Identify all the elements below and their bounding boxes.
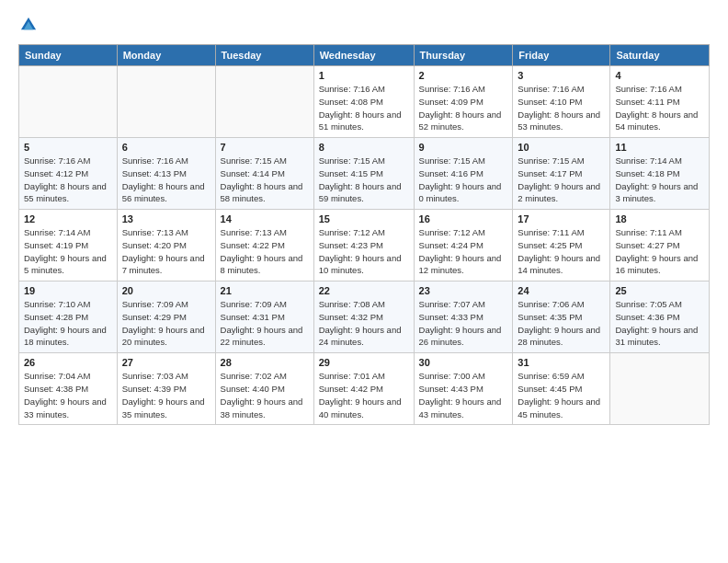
day-info: Sunrise: 7:08 AM Sunset: 4:32 PM Dayligh… <box>319 298 409 349</box>
day-number: 11 <box>615 142 704 153</box>
day-header-monday: Monday <box>117 45 215 66</box>
calendar-cell <box>19 66 118 138</box>
day-number: 12 <box>24 213 112 224</box>
day-number: 26 <box>24 357 112 368</box>
calendar-cell: 6Sunrise: 7:16 AM Sunset: 4:13 PM Daylig… <box>117 138 215 210</box>
day-number: 21 <box>221 285 309 296</box>
calendar-cell: 15Sunrise: 7:12 AM Sunset: 4:23 PM Dayli… <box>313 210 414 282</box>
day-info: Sunrise: 7:11 AM Sunset: 4:25 PM Dayligh… <box>518 226 605 277</box>
day-number: 9 <box>419 142 508 153</box>
calendar-cell: 18Sunrise: 7:11 AM Sunset: 4:27 PM Dayli… <box>610 210 710 282</box>
day-number: 14 <box>221 213 309 224</box>
day-info: Sunrise: 7:05 AM Sunset: 4:36 PM Dayligh… <box>615 298 704 349</box>
day-number: 29 <box>319 357 409 368</box>
day-info: Sunrise: 7:04 AM Sunset: 4:38 PM Dayligh… <box>24 370 112 420</box>
calendar-cell <box>610 353 710 425</box>
calendar-cell: 22Sunrise: 7:08 AM Sunset: 4:32 PM Dayli… <box>313 282 414 353</box>
day-info: Sunrise: 7:10 AM Sunset: 4:28 PM Dayligh… <box>24 298 112 349</box>
day-info: Sunrise: 7:15 AM Sunset: 4:17 PM Dayligh… <box>518 155 605 205</box>
day-info: Sunrise: 6:59 AM Sunset: 4:45 PM Dayligh… <box>518 370 605 420</box>
day-header-friday: Friday <box>513 45 610 66</box>
day-info: Sunrise: 7:03 AM Sunset: 4:39 PM Dayligh… <box>122 370 210 420</box>
page: SundayMondayTuesdayWednesdayThursdayFrid… <box>0 0 728 563</box>
calendar-cell <box>215 66 313 138</box>
day-info: Sunrise: 7:15 AM Sunset: 4:16 PM Dayligh… <box>419 155 508 205</box>
day-info: Sunrise: 7:02 AM Sunset: 4:40 PM Dayligh… <box>221 370 309 420</box>
calendar-cell: 11Sunrise: 7:14 AM Sunset: 4:18 PM Dayli… <box>610 138 710 210</box>
day-info: Sunrise: 7:09 AM Sunset: 4:29 PM Dayligh… <box>122 298 210 349</box>
day-number: 4 <box>615 70 704 81</box>
logo <box>18 15 42 35</box>
calendar-cell: 30Sunrise: 7:00 AM Sunset: 4:43 PM Dayli… <box>414 353 513 425</box>
calendar-cell: 14Sunrise: 7:13 AM Sunset: 4:22 PM Dayli… <box>215 210 313 282</box>
calendar-header-row: SundayMondayTuesdayWednesdayThursdayFrid… <box>19 45 710 66</box>
day-info: Sunrise: 7:12 AM Sunset: 4:24 PM Dayligh… <box>419 226 508 277</box>
day-number: 10 <box>518 142 605 153</box>
day-info: Sunrise: 7:16 AM Sunset: 4:10 PM Dayligh… <box>518 83 605 133</box>
day-number: 16 <box>419 213 508 224</box>
day-info: Sunrise: 7:16 AM Sunset: 4:12 PM Dayligh… <box>24 155 112 205</box>
day-info: Sunrise: 7:07 AM Sunset: 4:33 PM Dayligh… <box>419 298 508 349</box>
day-number: 3 <box>518 70 605 81</box>
day-header-tuesday: Tuesday <box>215 45 313 66</box>
day-number: 19 <box>24 285 112 296</box>
calendar-cell: 17Sunrise: 7:11 AM Sunset: 4:25 PM Dayli… <box>513 210 610 282</box>
day-number: 7 <box>221 142 309 153</box>
day-info: Sunrise: 7:16 AM Sunset: 4:08 PM Dayligh… <box>319 83 409 133</box>
calendar-cell: 27Sunrise: 7:03 AM Sunset: 4:39 PM Dayli… <box>117 353 215 425</box>
calendar-cell: 1Sunrise: 7:16 AM Sunset: 4:08 PM Daylig… <box>313 66 414 138</box>
day-info: Sunrise: 7:06 AM Sunset: 4:35 PM Dayligh… <box>518 298 605 349</box>
day-header-thursday: Thursday <box>414 45 513 66</box>
calendar-cell: 20Sunrise: 7:09 AM Sunset: 4:29 PM Dayli… <box>117 282 215 353</box>
day-info: Sunrise: 7:15 AM Sunset: 4:15 PM Dayligh… <box>319 155 409 205</box>
day-number: 8 <box>319 142 409 153</box>
calendar-week-2: 5Sunrise: 7:16 AM Sunset: 4:12 PM Daylig… <box>19 138 710 210</box>
day-info: Sunrise: 7:13 AM Sunset: 4:22 PM Dayligh… <box>221 226 309 277</box>
calendar-week-4: 19Sunrise: 7:10 AM Sunset: 4:28 PM Dayli… <box>19 282 710 353</box>
calendar-cell: 19Sunrise: 7:10 AM Sunset: 4:28 PM Dayli… <box>19 282 118 353</box>
day-info: Sunrise: 7:15 AM Sunset: 4:14 PM Dayligh… <box>221 155 309 205</box>
logo-icon <box>18 15 39 35</box>
calendar-cell: 13Sunrise: 7:13 AM Sunset: 4:20 PM Dayli… <box>117 210 215 282</box>
calendar-week-3: 12Sunrise: 7:14 AM Sunset: 4:19 PM Dayli… <box>19 210 710 282</box>
day-number: 27 <box>122 357 210 368</box>
day-number: 20 <box>122 285 210 296</box>
calendar: SundayMondayTuesdayWednesdayThursdayFrid… <box>18 44 710 425</box>
calendar-cell: 7Sunrise: 7:15 AM Sunset: 4:14 PM Daylig… <box>215 138 313 210</box>
day-header-wednesday: Wednesday <box>313 45 414 66</box>
day-number: 13 <box>122 213 210 224</box>
day-number: 17 <box>518 213 605 224</box>
calendar-cell: 31Sunrise: 6:59 AM Sunset: 4:45 PM Dayli… <box>513 353 610 425</box>
calendar-cell: 29Sunrise: 7:01 AM Sunset: 4:42 PM Dayli… <box>313 353 414 425</box>
day-number: 25 <box>615 285 704 296</box>
day-header-saturday: Saturday <box>610 45 710 66</box>
day-number: 22 <box>319 285 409 296</box>
calendar-cell: 8Sunrise: 7:15 AM Sunset: 4:15 PM Daylig… <box>313 138 414 210</box>
day-info: Sunrise: 7:12 AM Sunset: 4:23 PM Dayligh… <box>319 226 409 277</box>
day-number: 23 <box>419 285 508 296</box>
day-info: Sunrise: 7:11 AM Sunset: 4:27 PM Dayligh… <box>615 226 704 277</box>
day-number: 15 <box>319 213 409 224</box>
day-number: 2 <box>419 70 508 81</box>
day-number: 1 <box>319 70 409 81</box>
calendar-week-5: 26Sunrise: 7:04 AM Sunset: 4:38 PM Dayli… <box>19 353 710 425</box>
day-info: Sunrise: 7:01 AM Sunset: 4:42 PM Dayligh… <box>319 370 409 420</box>
day-info: Sunrise: 7:00 AM Sunset: 4:43 PM Dayligh… <box>419 370 508 420</box>
calendar-cell <box>117 66 215 138</box>
day-number: 30 <box>419 357 508 368</box>
day-number: 5 <box>24 142 112 153</box>
header <box>18 15 710 35</box>
calendar-cell: 26Sunrise: 7:04 AM Sunset: 4:38 PM Dayli… <box>19 353 118 425</box>
calendar-cell: 24Sunrise: 7:06 AM Sunset: 4:35 PM Dayli… <box>513 282 610 353</box>
calendar-cell: 5Sunrise: 7:16 AM Sunset: 4:12 PM Daylig… <box>19 138 118 210</box>
day-info: Sunrise: 7:16 AM Sunset: 4:09 PM Dayligh… <box>419 83 508 133</box>
calendar-cell: 12Sunrise: 7:14 AM Sunset: 4:19 PM Dayli… <box>19 210 118 282</box>
day-info: Sunrise: 7:16 AM Sunset: 4:11 PM Dayligh… <box>615 83 704 133</box>
calendar-cell: 2Sunrise: 7:16 AM Sunset: 4:09 PM Daylig… <box>414 66 513 138</box>
calendar-cell: 23Sunrise: 7:07 AM Sunset: 4:33 PM Dayli… <box>414 282 513 353</box>
day-number: 31 <box>518 357 605 368</box>
calendar-cell: 25Sunrise: 7:05 AM Sunset: 4:36 PM Dayli… <box>610 282 710 353</box>
day-info: Sunrise: 7:14 AM Sunset: 4:19 PM Dayligh… <box>24 226 112 277</box>
calendar-cell: 28Sunrise: 7:02 AM Sunset: 4:40 PM Dayli… <box>215 353 313 425</box>
calendar-cell: 16Sunrise: 7:12 AM Sunset: 4:24 PM Dayli… <box>414 210 513 282</box>
